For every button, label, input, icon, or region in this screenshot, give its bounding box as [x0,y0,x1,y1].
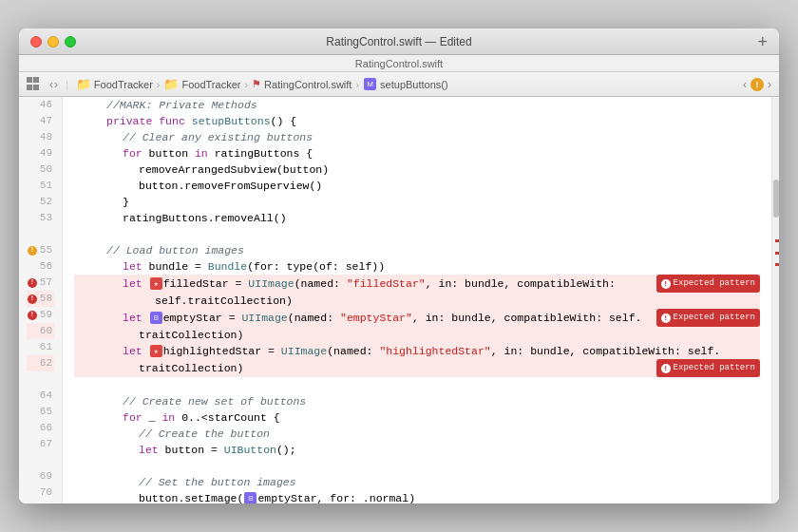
code-line-63 [74,377,760,393]
star-icon-61: ★ [150,345,162,357]
line-numbers: 46 47 48 49 50 51 52 53 ! 55 56 ! 57 ! 5… [19,97,63,504]
breadcrumb-file[interactable]: ⚑ RatingControl.swift [252,78,352,90]
grid-icon[interactable] [27,77,42,92]
line-50: 50 [27,162,54,178]
code-line-52: } [74,194,760,210]
line-48: 48 [27,129,54,145]
close-button[interactable] [30,36,42,48]
code-line-58: self.traitCollection) [74,293,760,309]
method-icon: M [364,78,376,90]
breadcrumb-foodtracker2[interactable]: 📁 FoodTracker [163,77,240,91]
code-line-67: let button = UIButton(); [74,442,760,458]
warning-icon: ! [28,246,37,256]
error-badge-59: ! Expected pattern [656,309,760,327]
title-bar: RatingControl.swift — Edited + [19,28,779,55]
m-icon-70: ⊡ [244,492,256,504]
line-49: 49 [27,145,54,162]
code-line-54 [74,226,760,242]
folder-icon2: 📁 [163,77,179,91]
code-line-50: removeArrangedSubview(button) [74,162,760,178]
error-badge-icon: ! [661,279,671,289]
code-line-64: // Create new set of buttons [74,393,760,409]
code-line-56: let bundle = Bundle(for: type(of: self)) [74,258,760,275]
add-tab-button[interactable]: + [757,33,768,50]
code-line-57: let ★filledStar = UIImage(named: "filled… [74,275,760,293]
breadcrumb-foodtracker1[interactable]: 📁 FoodTracker [76,77,153,91]
line-71: 71 [27,501,54,504]
line-59-err: ! 59 [27,307,54,323]
breadcrumb-method[interactable]: M setupButtons() [363,78,448,90]
error-icon-57: ! [28,278,37,288]
code-line-51: button.removeFromSuperview() [74,178,760,194]
scrollbar-thumb[interactable] [773,180,779,218]
line-58-err: ! 58 [27,291,54,307]
line-65: 65 [27,404,54,420]
code-line-65: for _ in 0..<starCount { [74,409,760,426]
folder-icon: 📁 [76,77,91,91]
code-line-48: // Clear any existing buttons [74,129,760,145]
error-icon-59: ! [28,311,37,320]
error-badge-icon-59: ! [661,314,671,323]
code-line-46: //MARK: Private Methods [74,97,760,113]
scrollbar-error-marker-2 [775,252,779,255]
code-line-61: let ★highlightedStar = UIImage(named: "h… [74,343,760,359]
maximize-button[interactable] [65,36,76,48]
error-badge-icon-62: ! [661,364,671,373]
scrollbar-error-marker-1 [775,239,779,242]
line-68 [27,452,54,468]
line-46: 46 [27,97,54,113]
line-51: 51 [27,178,54,194]
code-line-70: button.setImage(⊡emptyStar, for: .normal… [74,490,760,504]
line-56: 56 [27,258,54,275]
scrollbar-error-marker-3 [775,263,779,266]
scrollbar[interactable] [771,97,779,504]
error-badge-text: Expected pattern [674,276,755,292]
code-line-55: // Load button images [74,242,760,258]
line-47: 47 [27,113,54,129]
line-53: 53 [27,210,54,226]
window-title: RatingControl.swift — Edited [326,35,471,48]
error-badge-text-62: Expected pattern [674,360,755,376]
title-text: RatingControl.swift — Edited [326,35,471,48]
warning-badge: ! [750,78,764,91]
code-line-59: let ⊡emptyStar = UIImage(named: "emptySt… [74,309,760,327]
error-badge-57: ! Expected pattern [656,275,760,293]
swift-file-icon: ⚑ [252,78,261,90]
nav-back-forward[interactable]: ‹› [49,78,58,91]
line-62: 62 [27,355,54,371]
line-61: 61 [27,339,54,355]
code-line-49: for button in ratingButtons { [74,145,760,162]
code-line-69: // Set the button images [74,474,760,490]
line-63 [27,371,54,388]
line-60: 60 [27,323,54,339]
error-badge-text-59: Expected pattern [674,310,755,326]
error-icon-58: ! [28,294,37,304]
minimize-button[interactable] [48,36,59,48]
code-line-60: traitCollection) [74,327,760,343]
code-line-66: // Create the button [74,426,760,442]
code-line-53: ratingButtons.removeAll() [74,210,760,226]
line-57-err: ! 57 [27,275,54,291]
traffic-lights[interactable] [30,36,76,48]
star-icon: ★ [150,277,162,290]
error-badge-62: ! Expected pattern [656,359,760,377]
code-line-68 [74,458,760,474]
nav-right-arrows[interactable]: ‹ ! › [743,78,771,91]
subtitle: RatingControl.swift [355,58,443,69]
code-line-47: private func setupButtons() { [74,113,760,129]
line-55: ! 55 [27,242,54,258]
m-icon-59: ⊡ [150,312,162,324]
code-line-62: traitCollection) ! Expected pattern [74,359,760,377]
editor-window: RatingControl.swift — Edited + RatingCon… [19,28,779,504]
line-67: 67 [27,436,54,452]
line-52: 52 [27,194,54,210]
line-64: 64 [27,388,54,404]
title-bar-right: + [757,33,768,50]
code-editor[interactable]: 46 47 48 49 50 51 52 53 ! 55 56 ! 57 ! 5… [19,97,779,504]
line-70: 70 [27,484,54,501]
line-54 [27,226,54,242]
breadcrumb-bar: ‹› | 📁 FoodTracker › 📁 FoodTracker › ⚑ R… [19,72,779,97]
code-lines: //MARK: Private Methods private func set… [63,97,771,504]
line-69: 69 [27,468,54,484]
line-66: 66 [27,420,54,436]
